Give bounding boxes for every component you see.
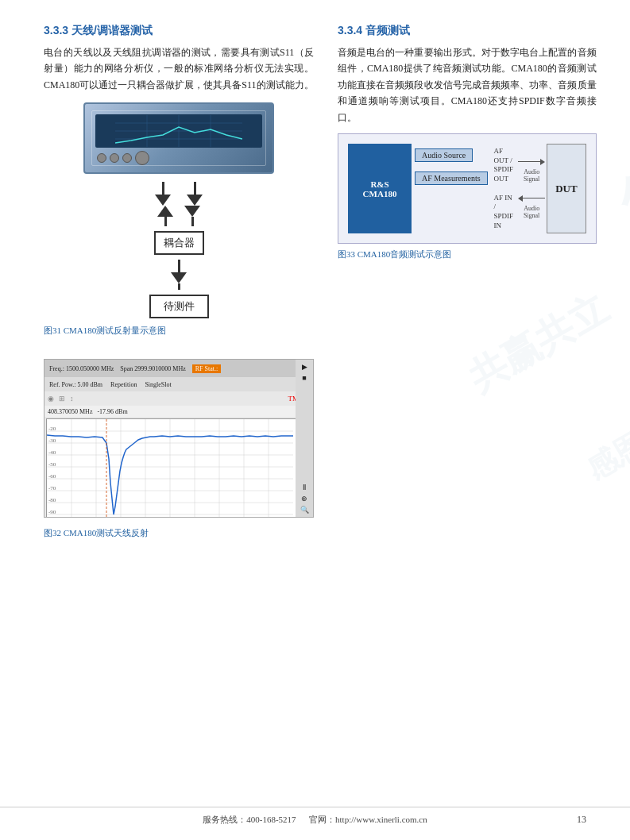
right-column: 3.3.4 音频测试 音频是电台的一种重要输出形式。对于数字电台上配置的音频组件… <box>338 24 597 539</box>
svg-text:-40: -40 <box>48 449 56 456</box>
section-title-antenna: 3.3.3 天线/调谐器测试 <box>44 24 314 38</box>
section-body-audio: 音频是电台的一种重要输出形式。对于数字电台上配置的音频组件，CMA180提供了纯… <box>338 44 597 125</box>
arrow-head-down-2 <box>187 195 203 206</box>
tool-icon-5[interactable]: 🔍 <box>300 506 309 514</box>
arrow-line-down-1 <box>162 182 164 195</box>
spec-right-toolbar: ▶ ■ Ⅱ ⊕ 🔍 <box>296 360 313 517</box>
dut-box: 待测件 <box>149 295 209 318</box>
audio-signal-bottom: Audio Signal <box>518 205 545 219</box>
single-slot: SingleSlot <box>145 381 171 388</box>
spec-toolbar: ◉⊞↕ TM ✕ <box>44 391 313 406</box>
dut-right-box: DUT <box>547 144 586 234</box>
coupler-to-dut-line <box>178 260 180 272</box>
dut-right-label: DUT <box>555 183 577 195</box>
footer: 服务热线：400-168-5217 官网：http://www.xinerli.… <box>0 807 630 826</box>
arrow-line-in <box>523 198 545 199</box>
tool-icon-3[interactable]: Ⅱ <box>303 484 306 491</box>
audio-middle-blocks: Audio Source AF Measurements <box>412 144 491 234</box>
spec-header: Freq.: 1500.050000 MHz Span 2999.9010000… <box>44 360 313 377</box>
span-label: Span 2999.9010000 MHz <box>120 365 185 372</box>
svg-text:-70: -70 <box>48 485 56 491</box>
fig33-caption: 图33 CMA180音频测试示意图 <box>338 249 597 260</box>
coupler-label: 耦合器 <box>164 237 195 249</box>
knob-1[interactable] <box>97 153 106 163</box>
fig31-caption: 图31 CMA180测试反射量示意图 <box>44 325 314 337</box>
af-in-text: AF IN / <box>494 194 514 212</box>
svg-text:-30: -30 <box>48 437 56 444</box>
fig32-caption: 图32 CMA180测试天线反射 <box>44 527 314 539</box>
svg-text:-60: -60 <box>48 473 56 480</box>
af-out-label: AF OUT / SPDIF OUT <box>494 147 514 184</box>
footer-service: 服务热线：400-168-5217 <box>203 815 296 824</box>
tool-icon-4[interactable]: ⊕ <box>301 495 307 503</box>
arrow-head-down-1 <box>155 195 171 206</box>
spdif-in-text: SPDIF IN <box>494 212 514 230</box>
dut-label: 待测件 <box>164 300 195 312</box>
page-number: 13 <box>577 814 586 826</box>
af-in-label: AF IN / SPDIF IN <box>494 194 514 231</box>
arrow-in <box>518 195 545 202</box>
tool-icon-2[interactable]: ■ <box>302 374 306 382</box>
spec-marker: 408.370050 MHz -17.96 dBm <box>44 406 313 417</box>
section-body-antenna: 电台的天线以及天线阻抗调谐器的测试，需要具有测试S11（反射量）能力的网络分析仪… <box>44 44 314 93</box>
audio-source-row: Audio Source <box>415 148 488 162</box>
af-out-text: AF OUT / <box>494 147 514 165</box>
spec-chart-body: -20 -30 -40 -50 -60 -70 -80 -90 -100 <box>46 418 311 518</box>
af-measurements-row: AF Measurements <box>415 171 488 185</box>
ref-pow: Ref. Pow.: 5.00 dBm <box>49 381 102 388</box>
freq-label: Freq.: 1500.050000 MHz <box>49 365 114 372</box>
section-title-audio: 3.3.4 音频测试 <box>338 24 597 38</box>
footer-website: 官网：http://www.xinerli.com.cn <box>309 815 427 824</box>
audio-diagram: R&S CMA180 Audio Source AF Measurements <box>338 133 597 245</box>
repetition: Repetition <box>110 381 137 388</box>
arrowhead-out <box>540 159 545 165</box>
cma-label: R&S CMA180 <box>353 179 407 198</box>
knob-4[interactable] <box>135 151 149 165</box>
arrow-line-out <box>518 161 540 163</box>
audio-source-block: Audio Source <box>415 148 473 162</box>
arrows-col: Audio Signal Audio Signal <box>516 144 547 234</box>
spdif-out-text: SPDIF OUT <box>494 165 514 183</box>
knob-3[interactable] <box>122 153 132 163</box>
watermark: 您 <box>605 149 630 244</box>
rf-stat: RF Stat.: <box>192 364 221 373</box>
left-column: 3.3.3 天线/调谐器测试 电台的天线以及天线阻抗调谐器的测试，需要具有测试S… <box>44 24 314 539</box>
spectrum-chart: -20 -30 -40 -50 -60 -70 -80 -90 -100 <box>47 419 311 518</box>
svg-text:-50: -50 <box>48 461 56 468</box>
tool-icon-1[interactable]: ▶ <box>302 363 307 371</box>
spectrum-analyzer-screenshot: Freq.: 1500.050000 MHz Span 2999.9010000… <box>44 359 314 518</box>
arrow-line-down-2 <box>194 182 196 195</box>
spec-subheader: Ref. Pow.: 5.00 dBm Repetition SingleSlo… <box>44 377 313 391</box>
svg-text:-80: -80 <box>48 497 56 503</box>
arrow-out <box>518 159 545 165</box>
page: 您 共赢共立 感恩 3.3.3 天线/调谐器测试 电台的天线以及天线阻抗调谐器的… <box>0 0 630 840</box>
coupler-box: 耦合器 <box>154 231 204 255</box>
coupler-to-dut-arrow <box>171 272 187 283</box>
arrow-down-right <box>184 206 200 217</box>
svg-text:-90: -90 <box>48 509 56 515</box>
arrow-up-left <box>157 206 173 217</box>
af-measurements-block: AF Measurements <box>415 171 488 185</box>
output-labels: AF OUT / SPDIF OUT AF IN / SPDIF IN <box>491 144 517 234</box>
marker-val: -17.96 dBm <box>97 408 127 415</box>
marker-freq: 408.370050 MHz <box>48 408 92 415</box>
svg-text:-20: -20 <box>48 426 56 432</box>
knob-2[interactable] <box>110 153 119 163</box>
screen-display <box>115 115 242 147</box>
instrument-image <box>83 102 274 174</box>
audio-signal-top: Audio Signal <box>518 168 545 183</box>
cma-box: R&S CMA180 <box>348 144 412 234</box>
